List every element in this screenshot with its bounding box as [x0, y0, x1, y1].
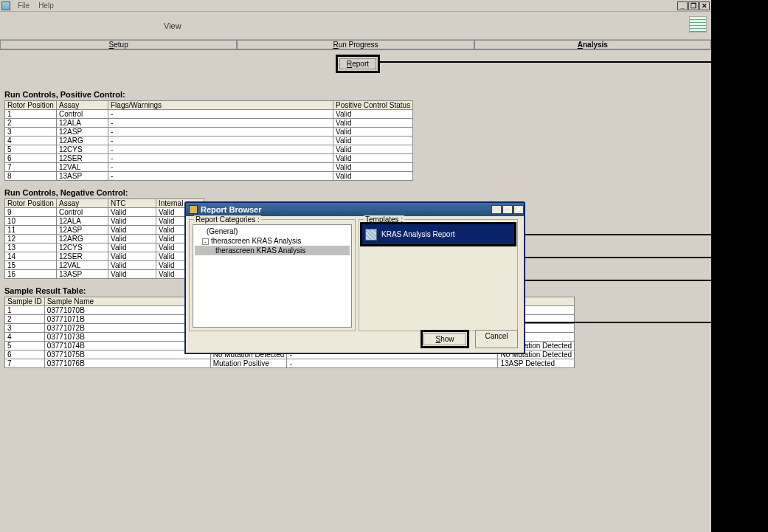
table-row[interactable]: 712VAL-Valid — [5, 163, 413, 172]
report-browser-dialog: Report Browser _ ❐ ✕ Report Categories :… — [184, 201, 525, 354]
table-row[interactable]: 512CYS-Valid — [5, 145, 413, 154]
tab-analysis[interactable]: Analysis — [474, 40, 711, 49]
tab-bar: Setup Run Progress Analysis — [0, 40, 711, 50]
menubar: File Help — [0, 0, 711, 12]
table-row[interactable]: 212ALA-Valid — [5, 119, 413, 128]
column-header: Rotor Position — [5, 101, 57, 110]
category-tree[interactable]: (General) -therascreen KRAS Analysis the… — [193, 224, 352, 328]
cancel-button[interactable]: Cancel — [475, 330, 518, 348]
tree-parent[interactable]: -therascreen KRAS Analysis — [195, 236, 350, 246]
callout-line — [524, 280, 713, 281]
report-categories-label: Report Categories : — [194, 215, 261, 224]
positive-title: Run Controls, Positive Control: — [4, 90, 707, 99]
column-header: Rotor Position — [5, 199, 57, 208]
report-categories-group: Report Categories : (General) -therascre… — [189, 219, 356, 331]
table-row[interactable]: 703771076BMutation Positive-13ASP Detect… — [5, 359, 575, 368]
dialog-titlebar[interactable]: Report Browser _ ❐ ✕ — [186, 203, 524, 216]
menu-file[interactable]: File — [13, 1, 34, 10]
callout-line — [524, 322, 713, 323]
table-row[interactable]: 1212ARGValidValid — [5, 235, 204, 243]
maximize-icon[interactable]: ❐ — [688, 1, 699, 10]
negative-title: Run Controls, Negative Control: — [4, 188, 707, 197]
tree-general[interactable]: (General) — [195, 227, 350, 236]
window-controls: _ ❐ ✕ — [677, 1, 710, 10]
table-row[interactable]: 412ARG-Valid — [5, 137, 413, 145]
toolbar: View — [0, 12, 711, 40]
dialog-maximize-icon[interactable]: ❐ — [502, 205, 513, 214]
templates-group: Templates : KRAS Analysis Report — [359, 219, 518, 331]
dialog-close-icon[interactable]: ✕ — [513, 205, 524, 214]
template-kras-report[interactable]: KRAS Analysis Report — [360, 222, 516, 246]
table-row[interactable]: 312ASP-Valid — [5, 128, 413, 137]
callout-line — [378, 61, 713, 63]
minimize-icon[interactable]: _ — [677, 1, 688, 10]
callout-line — [524, 257, 713, 258]
dialog-minimize-icon[interactable]: _ — [491, 205, 502, 214]
heatmap-icon[interactable] — [689, 16, 707, 32]
column-header: Positive Control Status — [333, 101, 413, 110]
table-row[interactable]: 1Control-Valid — [5, 110, 413, 119]
table-row[interactable]: 9ControlValidValid — [5, 208, 204, 217]
tree-child-selected[interactable]: therascreen KRAS Analysis — [195, 246, 350, 255]
view-button[interactable]: View — [159, 19, 187, 32]
template-list[interactable]: KRAS Analysis Report — [362, 222, 514, 325]
table-row[interactable]: 813ASP-Valid — [5, 172, 413, 181]
tab-run-progress[interactable]: Run Progress — [237, 40, 474, 49]
table-row[interactable]: 1012ALAValidValid — [5, 217, 204, 226]
tab-setup[interactable]: Setup — [0, 40, 237, 49]
negative-control-table: Rotor PositionAssayNTCInternal 9ControlV… — [4, 198, 204, 279]
collapse-icon[interactable]: - — [202, 238, 209, 245]
app-icon — [1, 1, 10, 10]
callout-line — [506, 234, 713, 235]
report-button[interactable]: Report — [339, 58, 376, 69]
dialog-icon — [189, 205, 198, 214]
column-header: Flags/Warnings — [108, 101, 333, 110]
positive-control-table: Rotor PositionAssayFlags/WarningsPositiv… — [4, 100, 413, 181]
dialog-title-text: Report Browser — [201, 205, 262, 214]
column-header: NTC — [108, 199, 156, 208]
show-button-highlight: Show — [421, 330, 469, 348]
table-row[interactable]: 1412SERValidValid — [5, 252, 204, 261]
column-header: Assay — [57, 199, 108, 208]
table-row[interactable]: 1613ASPValidValid — [5, 270, 204, 279]
menu-help[interactable]: Help — [34, 1, 58, 10]
table-row[interactable]: 1512VALValidValid — [5, 261, 204, 270]
show-button[interactable]: Show — [423, 333, 466, 345]
table-row[interactable]: 1112ASPValidValid — [5, 226, 204, 235]
close-icon[interactable]: ✕ — [699, 1, 710, 10]
report-button-highlight: Report — [336, 55, 380, 73]
table-row[interactable]: 612SER-Valid — [5, 154, 413, 163]
report-template-icon — [365, 229, 377, 241]
column-header: Assay — [57, 101, 108, 110]
column-header: Sample ID — [5, 297, 45, 306]
table-row[interactable]: 1312CYSValidValid — [5, 243, 204, 252]
